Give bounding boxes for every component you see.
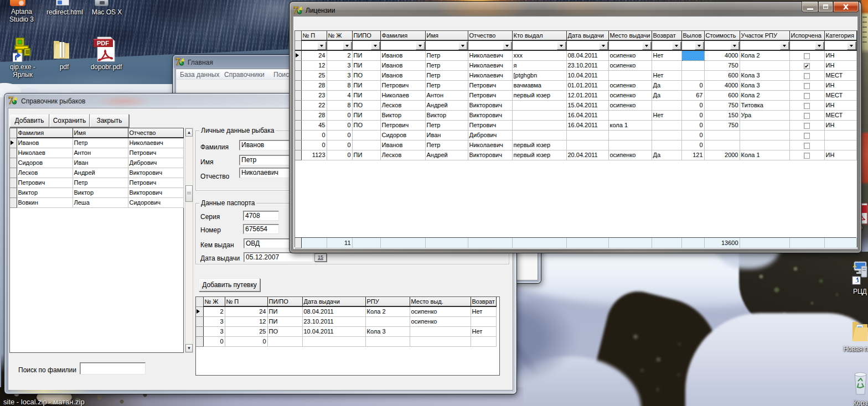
svg-text:PDF: PDF (97, 40, 109, 46)
